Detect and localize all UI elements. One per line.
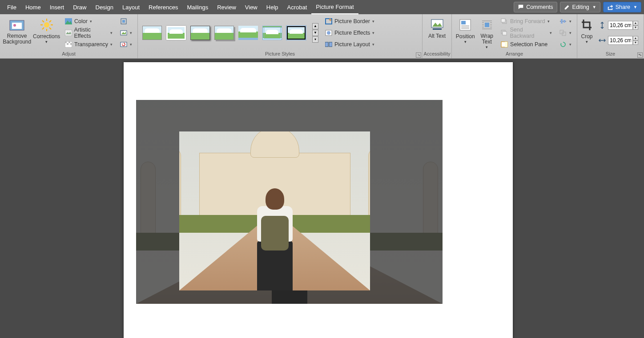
wrap-icon xyxy=(479,17,495,32)
tab-layout[interactable]: Layout xyxy=(118,0,144,14)
transparency-button[interactable]: Transparency▾ xyxy=(63,39,114,50)
svg-rect-53 xyxy=(561,19,563,24)
change-picture-button[interactable]: ▾ xyxy=(118,28,134,38)
group-adjust-label: Adjust xyxy=(0,51,137,58)
width-icon xyxy=(598,36,606,44)
remove-background-button[interactable]: Remove Background xyxy=(2,16,32,50)
picture-style-4[interactable] xyxy=(214,26,234,40)
artistic-effects-button[interactable]: Artistic Effects▾ xyxy=(63,28,114,38)
svg-rect-37 xyxy=(485,23,489,27)
picture-effects-button[interactable]: Picture Effects▾ xyxy=(323,28,376,38)
height-icon xyxy=(598,21,606,29)
height-up[interactable]: ▲ xyxy=(633,21,638,25)
picture-crop-frame[interactable] xyxy=(136,100,443,304)
alt-text-button[interactable]: Alt Text xyxy=(424,16,450,50)
document-canvas[interactable] xyxy=(0,59,644,338)
svg-rect-19 xyxy=(70,43,72,45)
position-button[interactable]: Position ▾ xyxy=(454,16,477,50)
group-size: Crop ▾ ▲▼ ▲▼ xyxy=(577,14,644,58)
svg-line-11 xyxy=(42,28,44,29)
tab-review[interactable]: Review xyxy=(213,0,241,14)
styles-launcher[interactable]: ↘ xyxy=(416,52,421,58)
reset-picture-button[interactable]: ▾ xyxy=(118,39,134,50)
picture-visible-region[interactable] xyxy=(179,131,370,290)
picture-effects-label: Picture Effects xyxy=(334,30,370,36)
compress-icon xyxy=(120,17,128,25)
tab-references[interactable]: References xyxy=(144,0,182,14)
comment-icon xyxy=(518,4,524,10)
artistic-label: Artistic Effects xyxy=(74,27,108,39)
layout-icon xyxy=(325,40,333,48)
chevron-down-icon: ▼ xyxy=(592,5,596,9)
picture-style-5[interactable] xyxy=(238,26,258,40)
selection-pane-button[interactable]: Selection Pane xyxy=(499,39,554,50)
group-button[interactable]: ▾ xyxy=(557,28,573,38)
svg-point-3 xyxy=(44,22,49,28)
color-icon xyxy=(64,17,72,25)
editing-mode-button[interactable]: Editing ▼ xyxy=(560,2,600,12)
width-field[interactable] xyxy=(608,36,633,45)
crop-icon xyxy=(580,17,595,32)
tab-acrobat[interactable]: Acrobat xyxy=(283,0,312,14)
collapse-ribbon-button[interactable]: ⌄ xyxy=(637,51,641,56)
color-button[interactable]: Color▾ xyxy=(63,16,114,27)
svg-rect-17 xyxy=(68,41,70,43)
rotate-button[interactable]: ▾ xyxy=(557,39,573,50)
group-picture-styles-label: Picture Styles↘ xyxy=(138,51,422,58)
height-field[interactable] xyxy=(608,21,633,30)
crop-button[interactable]: Crop ▾ xyxy=(579,16,595,50)
ribbon: Remove Background Corrections ▾ Color▾ A… xyxy=(0,14,644,59)
bring-forward-icon xyxy=(500,17,508,25)
picture-style-6[interactable] xyxy=(262,26,282,40)
svg-line-9 xyxy=(49,28,51,29)
tab-mailings[interactable]: Mailings xyxy=(183,0,213,14)
gallery-up-button[interactable]: ▲ xyxy=(312,23,318,29)
tab-picture-format[interactable]: Picture Format xyxy=(311,0,358,14)
height-down[interactable]: ▼ xyxy=(633,25,638,30)
tab-help[interactable]: Help xyxy=(262,0,283,14)
group-icon xyxy=(559,29,567,37)
tab-design[interactable]: Design xyxy=(91,0,118,14)
tab-file[interactable]: File xyxy=(3,0,21,14)
menu-bar: File Home Insert Draw Design Layout Refe… xyxy=(0,0,644,14)
remove-background-label: Remove Background xyxy=(2,33,32,45)
share-button[interactable]: Share ▼ xyxy=(603,2,641,12)
group-arrange-label: Arrange xyxy=(452,51,577,58)
tab-home[interactable]: Home xyxy=(21,0,45,14)
size-inputs: ▲▼ ▲▼ xyxy=(595,20,642,46)
height-input[interactable]: ▲▼ xyxy=(608,21,638,30)
editing-label: Editing xyxy=(572,4,589,10)
picture-style-1[interactable] xyxy=(142,26,162,40)
share-icon xyxy=(607,4,613,10)
width-up[interactable]: ▲ xyxy=(633,36,638,40)
group-picture-styles: ▲ ▼ ▾ Picture Border▾ Picture Effects▾ P… xyxy=(138,14,423,58)
picture-style-2[interactable] xyxy=(166,26,186,40)
comments-button[interactable]: Comments xyxy=(514,2,557,12)
send-backward-label: Send Backward xyxy=(510,27,547,39)
corrections-button[interactable]: Corrections ▾ xyxy=(32,16,61,50)
svg-line-10 xyxy=(49,20,51,22)
transparency-icon xyxy=(64,40,72,48)
corrections-label: Corrections xyxy=(33,33,60,40)
compress-pictures-button[interactable] xyxy=(118,16,134,27)
picture-styles-stack: Picture Border▾ Picture Effects▾ Picture… xyxy=(321,16,378,50)
align-button[interactable]: ▾ xyxy=(557,16,573,27)
send-backward-button[interactable]: Send Backward▾ xyxy=(499,28,554,38)
picture-border-button[interactable]: Picture Border▾ xyxy=(323,16,376,27)
tab-view[interactable]: View xyxy=(241,0,262,14)
picture-styles-gallery: ▲ ▼ ▾ xyxy=(140,23,321,43)
picture-style-7[interactable] xyxy=(286,26,306,40)
width-down[interactable]: ▼ xyxy=(633,40,638,45)
arrange-tools-stack: ▾ ▾ ▾ xyxy=(555,16,575,50)
gallery-more-button[interactable]: ▾ xyxy=(312,36,318,43)
width-input[interactable]: ▲▼ xyxy=(608,36,638,45)
picture-layout-button[interactable]: Picture Layout▾ xyxy=(323,39,376,50)
tab-insert[interactable]: Insert xyxy=(45,0,69,14)
wrap-text-button[interactable]: Wrap Text ▾ xyxy=(477,16,497,50)
gallery-down-button[interactable]: ▼ xyxy=(312,30,318,36)
picture-style-3[interactable] xyxy=(190,26,210,40)
bring-forward-button[interactable]: Bring Forward▾ xyxy=(499,16,554,27)
transparency-label: Transparency xyxy=(74,41,108,48)
tab-draw[interactable]: Draw xyxy=(68,0,91,14)
border-icon xyxy=(325,17,333,25)
